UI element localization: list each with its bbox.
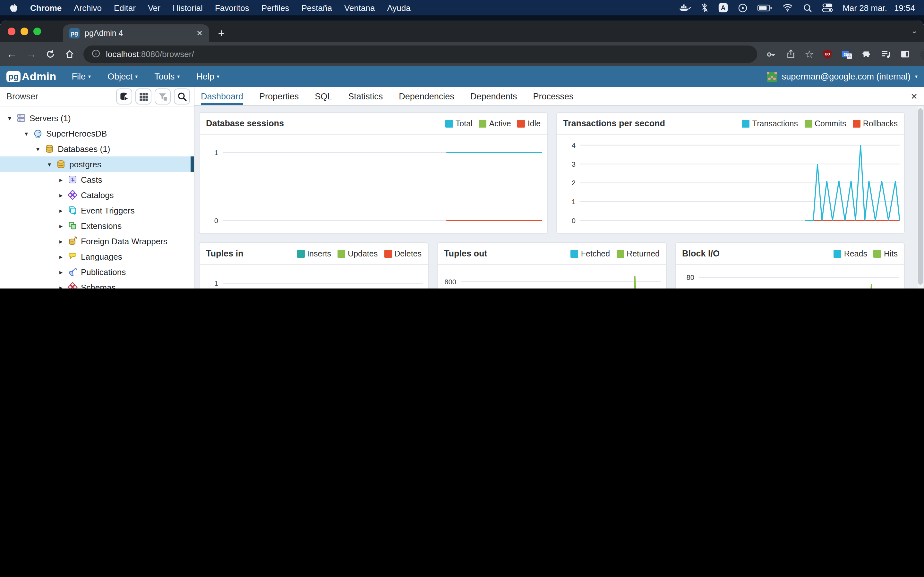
tuples-in-plot: 01 (200, 265, 428, 288)
pgadmin-logo-text: Admin (22, 70, 57, 83)
tab-statistics[interactable]: Statistics (348, 87, 383, 105)
menubar-time[interactable]: 19:54 (894, 3, 915, 13)
menubar-item-editar[interactable]: Editar (114, 3, 136, 13)
tree-item-foreign-data-wrappers[interactable]: ▸Foreign Data Wrappers (0, 234, 194, 249)
tab-dependencies[interactable]: Dependencies (399, 87, 454, 105)
bookmark-star-icon[interactable]: ☆ (804, 48, 814, 61)
profile-avatar-icon[interactable]: OO (919, 48, 924, 61)
main-scrollbar[interactable] (918, 106, 923, 288)
legend-swatch (571, 250, 578, 258)
tree-item-postgres[interactable]: ▾postgres (0, 156, 194, 172)
pgadmin-menu-file[interactable]: File▾ (72, 72, 91, 81)
tab-dependents[interactable]: Dependents (470, 87, 517, 105)
tree-item-publications[interactable]: ▸Publications (0, 264, 194, 279)
chevron-right-icon[interactable]: ▸ (58, 207, 64, 214)
pgadmin-logo[interactable]: pg Admin (6, 70, 57, 83)
chart-title: Transactions per second (563, 119, 665, 128)
menubar-item-favoritos[interactable]: Favoritos (215, 3, 249, 13)
tree-item-catalogs[interactable]: ▸Catalogs (0, 187, 194, 203)
back-button[interactable]: ← (6, 49, 17, 60)
menubar-item-perfiles[interactable]: Perfiles (262, 3, 289, 13)
tab-processes[interactable]: Processes (533, 87, 573, 105)
user-menu[interactable]: superman@google.com (internal) ▾ (767, 71, 918, 82)
chevron-right-icon[interactable]: ▸ (58, 222, 64, 229)
bluetooth-off-icon[interactable] (701, 3, 708, 13)
svg-text:1: 1 (214, 279, 218, 287)
screen-record-icon[interactable] (738, 3, 748, 13)
legend-label: Transactions (752, 119, 798, 128)
chevron-right-icon[interactable]: ▸ (58, 284, 64, 288)
chevron-down-icon[interactable]: ▾ (23, 130, 29, 137)
new-tab-button[interactable]: + (213, 25, 230, 42)
tab-search-chevron-icon[interactable]: ⌄ (911, 26, 918, 35)
window-minimize-button[interactable] (21, 27, 28, 35)
postgres-server-icon (33, 128, 43, 139)
home-button[interactable] (64, 49, 75, 60)
tree-item-superheroesdb[interactable]: ▾SuperHeroesDB (0, 126, 194, 141)
ublock-extension-icon[interactable]: UO (822, 48, 833, 61)
tree-item-servers-1-[interactable]: ▾Servers (1) (0, 110, 194, 126)
menubar-item-archivo[interactable]: Archivo (74, 3, 102, 13)
battery-icon[interactable] (757, 3, 772, 12)
forward-button[interactable]: → (26, 49, 37, 60)
chevron-right-icon[interactable]: ▸ (58, 268, 64, 276)
chevron-down-icon[interactable]: ▾ (35, 145, 41, 152)
side-panel-icon[interactable] (900, 48, 911, 61)
tree-item-event-triggers[interactable]: ▸Event Triggers (0, 203, 194, 218)
menubar-item-pestaña[interactable]: Pestaña (302, 3, 332, 13)
spotlight-icon[interactable] (803, 3, 813, 13)
pgadmin-menu-tools[interactable]: Tools▾ (154, 72, 180, 81)
address-bar[interactable]: localhost:8080/browser/ (83, 45, 757, 63)
menubar-date[interactable]: Mar 28 mar. (843, 3, 887, 13)
window-zoom-button[interactable] (33, 27, 41, 35)
window-close-button[interactable] (8, 27, 15, 35)
reload-button[interactable] (45, 49, 56, 60)
legend-label: Deletes (394, 249, 422, 258)
media-playlist-icon[interactable] (881, 48, 892, 61)
chevron-down-icon[interactable]: ▾ (46, 161, 53, 168)
docker-menubar-icon[interactable] (678, 3, 691, 13)
search-objects-button[interactable] (174, 89, 190, 105)
site-info-icon[interactable] (91, 48, 101, 60)
pgadmin-menu-help[interactable]: Help▾ (196, 72, 220, 81)
password-key-icon[interactable] (766, 48, 777, 61)
scrollbar-thumb[interactable] (918, 108, 923, 285)
tab-properties[interactable]: Properties (259, 87, 299, 105)
panel-close-icon[interactable]: ✕ (911, 91, 918, 101)
desktop-screen: ChromeArchivoEditarVerHistorialFavoritos… (0, 0, 924, 288)
tab-dashboard[interactable]: Dashboard (201, 87, 243, 105)
tree-item-casts[interactable]: ▸Casts (0, 172, 194, 187)
menubar-item-historial[interactable]: Historial (173, 3, 203, 13)
menubar-item-ventana[interactable]: Ventana (344, 3, 375, 13)
tree-item-databases-1-[interactable]: ▾Databases (1) (0, 141, 194, 156)
tree-item-schemas[interactable]: ▸Schemas (0, 279, 194, 288)
legend-item-commits: Commits (804, 119, 846, 128)
extensions-puzzle-icon[interactable] (861, 48, 872, 61)
apple-icon[interactable] (9, 3, 18, 13)
tab-close-icon[interactable]: ✕ (196, 29, 203, 38)
chevron-down-icon[interactable]: ▾ (6, 114, 13, 121)
tree-item-languages[interactable]: ▸Languages (0, 249, 194, 264)
query-tool-button[interactable] (116, 89, 132, 105)
share-icon[interactable] (785, 48, 796, 61)
menubar-item-ayuda[interactable]: Ayuda (387, 3, 410, 13)
view-data-button[interactable] (136, 89, 152, 105)
browser-tab[interactable]: pg pgAdmin 4 ✕ (63, 24, 209, 42)
menubar-item-chrome[interactable]: Chrome (30, 3, 61, 13)
chevron-right-icon[interactable]: ▸ (58, 176, 64, 183)
menubar-item-ver[interactable]: Ver (148, 3, 160, 13)
chevron-right-icon[interactable]: ▸ (58, 237, 64, 245)
tab-sql[interactable]: SQL (315, 87, 332, 105)
tree-item-extensions[interactable]: ▸Extensions (0, 218, 194, 234)
chevron-right-icon[interactable]: ▸ (58, 191, 64, 198)
tree-item-label: Catalogs (81, 190, 114, 200)
control-center-icon[interactable] (822, 3, 833, 13)
chevron-right-icon[interactable]: ▸ (58, 253, 64, 260)
legend-label: Updates (348, 249, 378, 258)
input-source-icon[interactable]: A (718, 3, 728, 13)
pgadmin-menu-object[interactable]: Object▾ (107, 72, 137, 81)
wifi-icon[interactable] (782, 3, 793, 12)
translate-extension-icon[interactable]: GA (842, 48, 853, 61)
legend-swatch (297, 250, 304, 258)
filter-button[interactable] (155, 89, 171, 105)
